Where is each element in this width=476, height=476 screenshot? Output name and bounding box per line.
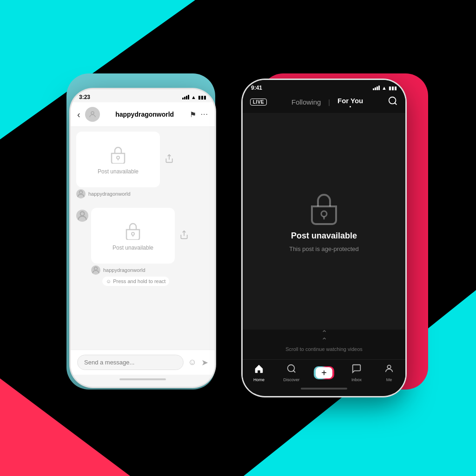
right-battery-icon: ▮▮▮ [389,86,397,91]
post-unavailable-text-2: Post unavailable [112,245,153,251]
post-unavailable-card-2: Post unavailable [91,208,175,264]
home-bar-indicator [119,378,166,380]
reaction-hint: ☺ Press and hold to react [102,277,169,286]
reaction-icon: ☺ [106,278,111,284]
right-status-icons: ▲ ▮▮▮ [373,85,397,91]
discover-label: Discover [283,377,299,382]
svg-point-10 [389,97,396,104]
chat-username: happydragonworld [105,111,185,118]
unavailable-title-dark: Post unavailable [291,231,357,241]
message-row-2: Post unavailable [76,208,209,286]
phones-container: 3:23 ▲ ▮▮▮ ‹ h [0,0,476,476]
shield-lock-dark-icon [308,190,340,226]
svg-point-9 [94,267,98,270]
search-icon[interactable] [388,96,398,108]
unavailable-subtitle-dark: This post is age-protected [289,245,359,252]
sender-avatar-2-left [76,210,88,222]
right-signal-icon [373,86,380,90]
post-unavailable-dark: Post unavailable This post is age-protec… [289,190,359,252]
left-home-bar [71,375,215,384]
inbox-label: Inbox [351,377,362,382]
send-icon[interactable]: ➤ [201,357,208,368]
nav-item-plus[interactable]: + [312,366,336,379]
bottom-nav: Home Discover + [243,359,405,384]
shield-lock-icon-1 [109,144,127,165]
discover-icon [286,364,297,377]
tab-divider: | [328,99,330,106]
svg-point-12 [321,211,327,217]
right-wifi-icon: ▲ [382,85,387,91]
svg-point-5 [80,212,85,216]
messages-area[interactable]: Post unavailable [71,127,215,350]
nav-item-discover[interactable]: Discover [280,364,303,382]
scroll-hint: ⌃ ⌃ Scroll to continue watching videos [243,330,405,359]
reaction-hint-text: Press and hold to react [113,278,165,284]
chat-header-icons: ⚑ ··· [190,110,208,119]
chat-header-avatar [85,107,100,122]
left-phone: 3:23 ▲ ▮▮▮ ‹ h [71,89,215,387]
wifi-icon: ▲ [191,94,196,100]
svg-line-15 [293,370,295,372]
right-phone-notch [294,80,354,93]
svg-point-4 [79,191,83,194]
sender-name-row-1: happydragonworld [76,187,176,200]
message-bubble-row-1: Post unavailable [76,132,176,187]
svg-point-14 [288,365,295,372]
sender-avatar-1 [76,189,86,198]
left-phone-body: ‹ happydragonworld ⚑ ··· [71,102,215,384]
tab-following[interactable]: Following [291,98,321,106]
emoji-icon[interactable]: ☺ [188,357,197,367]
sender-avatar-2 [91,265,100,275]
signal-icon [182,95,189,99]
inbox-icon [351,364,362,377]
svg-point-0 [91,112,94,114]
share-icon-2[interactable] [178,228,191,244]
tab-active-indicator [350,106,351,107]
message-bubble-row-2: Post unavailable [91,208,191,264]
tiktok-nav-bar: LIVE Following | For You [243,93,405,113]
nav-item-inbox[interactable]: Inbox [345,364,368,382]
svg-line-11 [395,103,397,105]
right-home-bar-indicator [301,388,347,390]
right-time: 9:41 [251,85,262,91]
scroll-chevrons-icon: ⌃ ⌃ [321,330,327,344]
right-home-bar [243,384,405,393]
left-time: 3:23 [79,94,90,100]
tiktok-tabs: Following | For You [271,97,384,107]
message-group-1: Post unavailable [76,132,176,200]
battery-icon: ▮▮▮ [198,95,206,100]
me-icon [384,364,394,377]
chat-header: ‹ happydragonworld ⚑ ··· [71,102,215,127]
message-input-bar: ☺ ➤ [71,350,215,375]
right-phone: 9:41 ▲ ▮▮▮ LIVE Following [243,80,405,396]
sender-name-row-2: happydragonworld [91,264,191,277]
svg-point-1 [117,156,119,159]
scroll-text: Scroll to continue watching videos [285,346,363,352]
sender-name-2: happydragonworld [103,267,145,273]
svg-point-6 [132,232,134,235]
sender-name-1: happydragonworld [88,191,131,197]
message-group-2: Post unavailable [91,208,191,286]
home-icon [254,364,264,377]
plus-inner: + [316,367,332,378]
right-phone-body: LIVE Following | For You [243,93,405,393]
left-phone-notch [112,89,173,102]
svg-point-16 [387,365,390,369]
live-badge[interactable]: LIVE [250,99,267,106]
message-input[interactable] [77,355,184,370]
video-content: Post unavailable This post is age-protec… [243,113,405,330]
share-icon-1[interactable] [163,152,176,167]
more-options-icon[interactable]: ··· [201,110,208,119]
plus-button[interactable]: + [314,366,334,379]
post-unavailable-text-1: Post unavailable [98,168,139,175]
flag-icon[interactable]: ⚑ [190,110,196,119]
left-status-icons: ▲ ▮▮▮ [182,94,206,100]
back-button[interactable]: ‹ [77,109,80,120]
nav-item-me[interactable]: Me [377,364,401,382]
post-unavailable-card-1: Post unavailable [76,132,160,187]
me-label: Me [386,377,392,382]
nav-item-home[interactable]: Home [247,364,271,382]
message-row-1: Post unavailable [76,132,209,200]
shield-lock-icon-2 [124,220,142,241]
tab-for-you[interactable]: For You [337,97,363,107]
